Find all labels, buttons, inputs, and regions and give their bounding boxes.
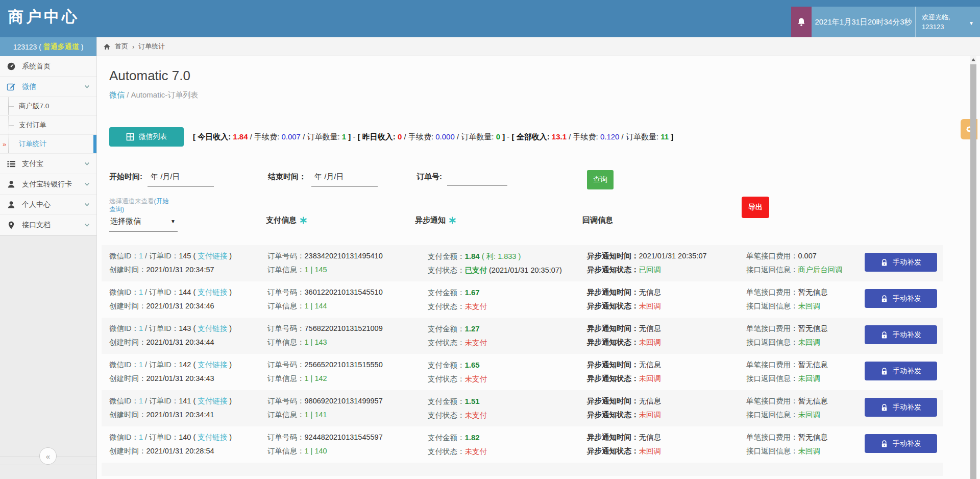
total-count-label: 订单数量:	[626, 132, 658, 141]
pay-link[interactable]: 支付链接	[198, 361, 227, 369]
pay-link[interactable]: 支付链接	[198, 397, 227, 405]
amount-label: 支付金额：	[428, 325, 465, 333]
callback-label: 接口返回信息：	[746, 266, 798, 274]
action-cell: 手动补发	[865, 285, 943, 318]
start-date-filter: 开始时间: 年 /月/日	[109, 172, 214, 187]
manual-resend-button[interactable]: 手动补发	[865, 362, 937, 380]
paren: (	[193, 361, 195, 369]
breadcrumb-home[interactable]: 首页	[115, 42, 128, 51]
order-info-value: 1 | 141	[305, 411, 327, 419]
created-value: 2021/01/31 20:34:57	[146, 266, 214, 274]
manual-resend-button[interactable]: 手动补发	[865, 253, 937, 272]
yesterday-fee-label: 手续费:	[408, 132, 433, 141]
sidebar-subitem-pay-orders[interactable]: 支付订单	[0, 116, 96, 135]
scrollbar-thumb[interactable]	[970, 64, 976, 479]
channel-select[interactable]: 选择微信 ▼	[109, 215, 178, 232]
paren: (	[193, 252, 195, 260]
sidebar-item-dashboard[interactable]: 系统首页	[0, 56, 96, 77]
notify-cell: 异步通知时间：无信息 异步通知状态：未回调	[587, 394, 746, 426]
column-header-callback-info: 回调信息	[582, 215, 613, 225]
fee-label: 单笔接口费用：	[746, 324, 798, 332]
order-id-label: / 订单ID：	[145, 252, 179, 260]
manual-resend-button[interactable]: 手动补发	[865, 434, 937, 453]
home-icon	[103, 43, 111, 51]
order-id-cell: 微信ID：1 / 订单ID：140 ( 支付链接 ) 创建时间：2021/01/…	[109, 430, 267, 463]
order-no-value: 9244820210131545597	[305, 433, 383, 441]
order-id-label: / 订单ID：	[145, 288, 179, 296]
wechat-list-button[interactable]: 微信列表	[109, 127, 184, 147]
sidebar-item-wechat[interactable]: 微信	[0, 77, 96, 97]
order-id-label: / 订单ID：	[145, 324, 179, 332]
column-header-async-notify: 异步通知	[415, 215, 456, 225]
order-id-value: 145	[179, 252, 191, 260]
notify-cell: 异步通知时间：2021/01/31 20:35:07 异步通知状态：已回调	[587, 249, 746, 281]
notify-status-label: 异步通知状态：	[587, 302, 639, 310]
callback-value: 商户后台回调	[798, 266, 843, 274]
vertical-scrollbar[interactable]	[970, 56, 976, 479]
paren: )	[229, 361, 232, 369]
sidebar-collapse-button[interactable]: «	[39, 447, 57, 465]
column-header-label: 支付信息	[266, 215, 297, 225]
sidebar-item-alipay[interactable]: 支付宝	[0, 154, 96, 174]
start-date-input[interactable]: 年 /月/日	[148, 172, 214, 187]
order-no-input[interactable]	[447, 172, 507, 186]
sidebar-item-profile[interactable]: 个人中心	[0, 195, 96, 215]
sidebar-subitem-merchant-v7[interactable]: 商户版7.0	[0, 97, 96, 116]
manual-resend-button[interactable]: 手动补发	[865, 398, 937, 417]
list-icon	[7, 159, 16, 169]
account-badge: 123123 ( 普通多通道 )	[0, 37, 96, 56]
stat-part: ]	[671, 132, 673, 141]
search-button[interactable]: 查询	[587, 170, 614, 189]
table-row: 微信ID：1 / 订单ID：141 ( 支付链接 ) 创建时间：2021/01/…	[102, 390, 943, 426]
notifications-button[interactable]	[791, 7, 812, 37]
notify-time-value: 无信息	[639, 324, 662, 332]
notify-status-value: 已回调	[639, 266, 662, 274]
divider	[0, 465, 96, 465]
pay-link[interactable]: 支付链接	[198, 252, 227, 260]
sidebar-subitem-label: 订单统计	[19, 139, 46, 149]
subnav-separator: /	[127, 90, 129, 99]
paren: )	[229, 397, 232, 405]
notify-time-label: 异步通知时间：	[587, 324, 639, 332]
sidebar-item-alipay-to-bankcard[interactable]: 支付宝转银行卡	[0, 174, 96, 195]
order-id-cell: 微信ID：1 / 订单ID：141 ( 支付链接 ) 创建时间：2021/01/…	[109, 394, 267, 426]
amount-profit-note: ( 利: 1.833 )	[482, 252, 521, 260]
total-income-label: 全部收入:	[517, 132, 550, 141]
pay-link[interactable]: 支付链接	[198, 288, 227, 296]
lock-icon	[880, 331, 888, 339]
action-cell: 手动补发	[865, 322, 943, 354]
stat-part: [	[511, 132, 514, 141]
fee-label: 单笔接口费用：	[746, 252, 798, 260]
amount-label: 支付金额：	[428, 252, 465, 260]
callback-value: 未回调	[798, 338, 821, 346]
order-id-label: / 订单ID：	[145, 433, 179, 441]
manual-resend-button[interactable]: 手动补发	[865, 289, 937, 308]
end-date-input[interactable]: 年 /月/日	[311, 172, 378, 187]
fee-label: 单笔接口费用：	[746, 433, 798, 441]
user-icon	[7, 180, 16, 189]
wechat-id-label: 微信ID：	[109, 252, 139, 260]
today-income-label: 今日收入:	[198, 132, 231, 141]
manual-resend-button[interactable]: 手动补发	[865, 325, 937, 344]
amount-cell: 支付金额：1.67 支付状态：未支付	[428, 285, 587, 318]
pay-status-label: 支付状态：	[428, 411, 465, 419]
pay-link[interactable]: 支付链接	[198, 324, 227, 332]
pay-status-label: 支付状态：	[428, 375, 465, 383]
callback-value: 未回调	[798, 447, 821, 455]
order-no-cell: 订单号码：7568220210131521009 订单信息：1 | 143	[267, 322, 428, 354]
yesterday-count-value: 0	[496, 132, 500, 141]
user-menu[interactable]: 欢迎光临, 123123 ▼	[915, 7, 980, 37]
sidebar-item-api-docs[interactable]: 接口文档	[0, 215, 96, 235]
fee-value: 暂无信息	[798, 324, 828, 332]
order-info-label: 订单信息：	[267, 411, 305, 419]
chevron-down-icon	[84, 160, 90, 167]
amount-cell: 支付金额：1.65 支付状态：未支付	[428, 358, 587, 390]
fee-cell: 单笔接口费用：暂无信息 接口返回信息：未回调	[746, 358, 865, 390]
export-button[interactable]: 导出	[742, 197, 769, 218]
subnav-wechat-link[interactable]: 微信	[109, 90, 125, 99]
sidebar-subitem-order-stats[interactable]: » 订单统计	[0, 135, 96, 154]
order-no-value: 3601220210131545510	[305, 288, 383, 296]
pay-link[interactable]: 支付链接	[198, 433, 227, 441]
callback-label: 接口返回信息：	[746, 411, 798, 419]
scroll-up-arrow-icon[interactable]	[971, 58, 975, 61]
